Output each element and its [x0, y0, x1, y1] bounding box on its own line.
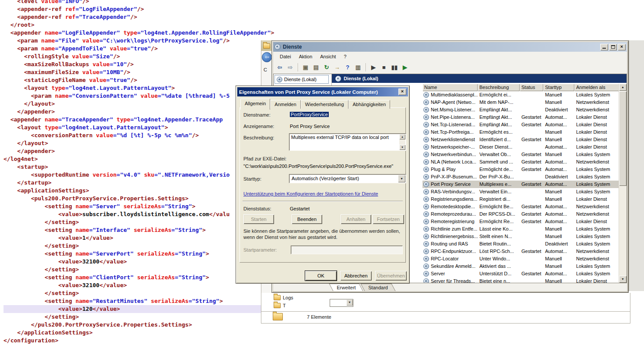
- explorer-back-button[interactable]: ⇦: [262, 52, 272, 62]
- service-row[interactable]: Richtlinie zum Entfe...Lässt eine Ko...M…: [422, 225, 621, 233]
- refresh-icon[interactable]: ↻: [322, 63, 331, 72]
- service-row[interactable]: Server für Threads...Bietet eine n...Man…: [422, 277, 621, 283]
- menu-aktion[interactable]: Aktion: [295, 53, 317, 60]
- service-gear-icon: [423, 189, 429, 195]
- textbox-scrollbar[interactable]: ▲ ▼: [399, 134, 405, 150]
- dienstname-value[interactable]: PortProxyService: [290, 112, 329, 117]
- service-row[interactable]: Netzwerkverbindun...Verwaltet Ob...Gesta…: [422, 151, 621, 158]
- code-line[interactable]: <appender-ref ref="TraceAppender"/>: [4, 13, 644, 21]
- column-header-starttyp[interactable]: Starttyp: [543, 84, 574, 91]
- back-icon[interactable]: ⇦: [275, 63, 285, 72]
- explorer-dropdown[interactable]: ▼: [330, 299, 353, 307]
- service-row[interactable]: PnP-X-IP-Busenum...Der PnP-X-Bu...Deakti…: [422, 173, 621, 181]
- service-row[interactable]: RPC-Endpunktzuor...Löst RPC-Sch...Gestar…: [422, 248, 621, 255]
- service-row[interactable]: NetzwerklistendienstIdentifiziert d...Ge…: [422, 136, 621, 143]
- service-row[interactable]: Registrierungsdiens...Registriert di...M…: [422, 196, 621, 203]
- export-list-icon[interactable]: →: [332, 63, 342, 72]
- properties-doc-icon[interactable]: ▥: [353, 63, 363, 72]
- scroll-up-button[interactable]: ▲: [399, 134, 405, 139]
- column-header-beschreibung[interactable]: Beschreibung: [478, 84, 520, 91]
- ok-button[interactable]: OK: [305, 271, 337, 281]
- code-line[interactable]: <appender-ref ref="LogFileAppender"/>: [4, 5, 644, 13]
- service-row[interactable]: Net.Tcp-Listenerad...Empfängt Akt...Gest…: [422, 121, 621, 128]
- tab-allgemein[interactable]: Allgemein: [240, 99, 270, 110]
- dialog-titlebar[interactable]: Eigenschaften von Port Proxy Service (Lo…: [237, 87, 408, 96]
- close-icon[interactable]: ×: [398, 89, 406, 95]
- service-gear-icon: [423, 100, 429, 105]
- tab-anmelden[interactable]: Anmelden: [270, 100, 301, 109]
- service-row[interactable]: Net.Tcp-Portfreiga...Ermöglicht es...Man…: [422, 128, 621, 136]
- view-tab-standard[interactable]: Standard: [361, 284, 396, 291]
- service-row[interactable]: Port Proxy ServiceMultiplexes e...Gestar…: [422, 181, 621, 188]
- explorer-folder-item[interactable]: T: [274, 302, 293, 309]
- console-window-icon[interactable]: ▣: [301, 63, 310, 72]
- menu-help[interactable]: ?: [340, 53, 350, 60]
- startparameter-input[interactable]: [291, 245, 403, 254]
- service-status: [520, 263, 543, 270]
- starttyp-dropdown[interactable]: Automatisch (Verzögerter Start) ▼: [289, 174, 406, 183]
- code-line[interactable]: </configuration>: [4, 337, 644, 345]
- services-window-titlebar[interactable]: Dienste ×: [273, 42, 627, 52]
- start-service-icon[interactable]: ▶: [369, 63, 378, 72]
- code-line[interactable]: <value>120</value>: [4, 305, 261, 313]
- tab-abh-ngigkeiten[interactable]: Abhängigkeiten: [348, 100, 391, 109]
- scroll-up-button[interactable]: ▲: [619, 84, 626, 91]
- bernehmen-button[interactable]: Übernehmen: [375, 271, 407, 281]
- service-row[interactable]: NLA (Network Loca...Sammelt und ...Gesta…: [422, 158, 621, 166]
- service-name: RPC-Endpunktzuor...: [431, 248, 476, 255]
- fortsetzen-button[interactable]: Fortsetzen: [373, 214, 404, 224]
- column-header-status[interactable]: Status: [520, 84, 543, 91]
- service-row[interactable]: RPC-LocatorUnter Windo...ManuellNetzwerk…: [422, 255, 621, 263]
- service-description: Sammelt und ...: [478, 158, 520, 166]
- vertical-scrollbar[interactable]: ▲ ▼: [619, 84, 626, 283]
- restart-service-icon[interactable]: ▶: [400, 63, 410, 72]
- service-row[interactable]: Richtlinienergebniss...Stellt einen N...…: [422, 233, 621, 240]
- service-row[interactable]: Remotedesktopdie...Ermöglicht Be...Gesta…: [422, 203, 621, 210]
- service-row[interactable]: NAP-Agent (Netwo...Mit dem NAP-...Manuel…: [422, 99, 621, 106]
- maximize-button[interactable]: [609, 44, 617, 50]
- view-tab-erweitert[interactable]: Erweitert: [329, 284, 363, 291]
- service-row[interactable]: Remoteprozedurau...Der RPCSS-Di...Gestar…: [422, 210, 621, 218]
- tree-item-dienste-lokal[interactable]: Dienste (Lokal): [274, 75, 329, 84]
- startup-options-help-link[interactable]: Unterstützung beim Konfigurieren der Sta…: [243, 191, 378, 196]
- window-title: Dienste: [283, 44, 598, 50]
- pause-service-icon[interactable]: ▮▮: [390, 63, 399, 72]
- anhalten-button[interactable]: Anhalten: [341, 214, 371, 224]
- column-header-anmelden-als[interactable]: Anmelden als: [574, 84, 621, 91]
- dienststatus-value: Gestartet: [290, 206, 310, 211]
- service-row[interactable]: Net.Pipe-Listenera...Empfängt Akt...Gest…: [422, 114, 621, 121]
- scrollbar-thumb[interactable]: [619, 91, 626, 186]
- help-icon[interactable]: ?: [343, 63, 352, 72]
- code-line[interactable]: </root>: [4, 21, 644, 29]
- maximize-icon: [611, 45, 615, 49]
- tab-wiederherstellung[interactable]: Wiederherstellung: [301, 100, 348, 109]
- service-row[interactable]: Sekundäre Anmeld...Aktiviert das ...Manu…: [422, 263, 621, 270]
- forward-icon[interactable]: ⇨: [285, 63, 295, 72]
- menu-datei[interactable]: Datei: [276, 53, 295, 60]
- menu-ansicht[interactable]: Ansicht: [316, 53, 340, 60]
- code-line[interactable]: <level value="INFO"/>: [4, 0, 644, 5]
- code-line[interactable]: </applicationSettings>: [4, 329, 644, 337]
- scroll-down-button[interactable]: ▼: [399, 145, 405, 150]
- service-row[interactable]: Routing und RASBietet Routin...Deaktivie…: [422, 240, 621, 248]
- beenden-button[interactable]: Beenden: [292, 214, 322, 224]
- service-row[interactable]: Netzwerkspeicher-...Dieser Dienst...Auto…: [422, 143, 621, 151]
- service-row[interactable]: Multimediaklassenpl...Ermöglicht ei...Ma…: [422, 91, 621, 99]
- service-row[interactable]: RAS-Verbindungsv...Verwaltet Ein...Manue…: [422, 188, 621, 196]
- explorer-folder-item[interactable]: Logs: [274, 294, 293, 302]
- starten-button[interactable]: Starten: [243, 214, 274, 224]
- service-row[interactable]: RemoteregistrierungErmöglicht Re...Gesta…: [422, 218, 621, 225]
- minimize-button[interactable]: [600, 44, 608, 50]
- service-row[interactable]: Plug & PlayErmöglicht de...GestartetAuto…: [422, 166, 621, 173]
- service-status: Gestartet: [520, 218, 543, 225]
- code-line[interactable]: <appender name="LogFileAppender" type="l…: [4, 29, 644, 37]
- service-row[interactable]: ServerUnterstützt D...GestartetAutomat..…: [422, 270, 621, 277]
- beschreibung-textbox[interactable]: Multiplexes external TCP/IP data on loca…: [289, 133, 406, 151]
- abbrechen-button[interactable]: Abbrechen: [340, 271, 372, 281]
- scroll-down-button[interactable]: ▼: [619, 276, 626, 283]
- list-view-icon[interactable]: ▤: [311, 63, 321, 72]
- service-row[interactable]: Net.Msmq-Listener...Empfängt Akt...Deakt…: [422, 106, 621, 114]
- close-button[interactable]: ×: [618, 44, 626, 50]
- column-header-name[interactable]: Name: [422, 84, 478, 91]
- stop-service-icon[interactable]: ■: [379, 63, 389, 72]
